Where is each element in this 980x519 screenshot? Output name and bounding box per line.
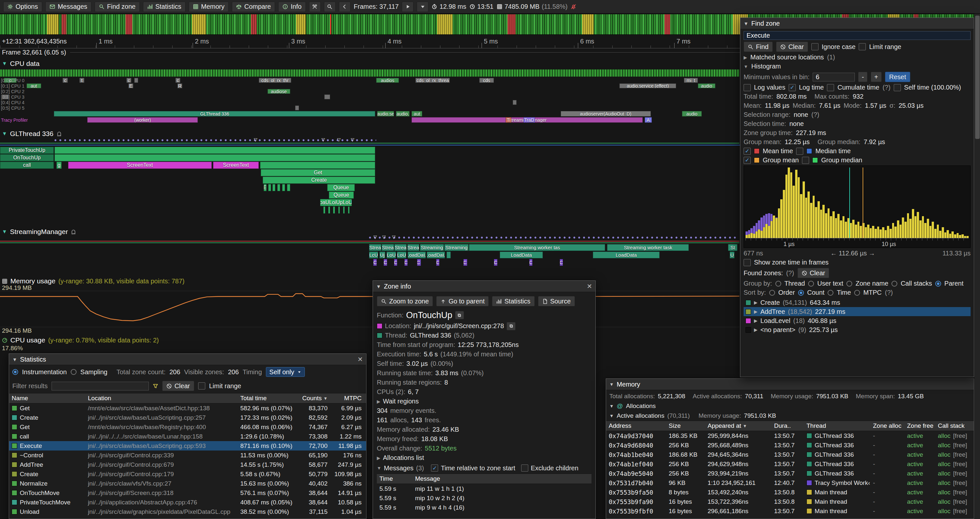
column-header-dura-[interactable]: Dura..	[772, 422, 804, 430]
zone-bar[interactable]: A	[645, 117, 652, 123]
table-row[interactable]: Createjni/../jni/src/claw/base/LuaScript…	[9, 413, 366, 422]
zone-bar[interactable]: aut	[27, 83, 41, 88]
mean-time-checkbox[interactable]	[744, 148, 751, 155]
find-clear-button[interactable]: Clear	[776, 42, 808, 52]
allocation-row[interactable]: 0x74a9d37040186.35 KB295,999,844ns13:50.…	[606, 431, 974, 441]
help-icon[interactable]: (?)	[885, 289, 893, 296]
collapse-arrow-icon[interactable]: ▼	[609, 382, 614, 387]
zone-bar[interactable]: C	[404, 259, 408, 266]
zone-bar[interactable]	[338, 206, 340, 214]
found-zone-group[interactable]: ▶Create(54,131)643.34 ms	[744, 298, 970, 307]
zone-bar[interactable]: C	[436, 259, 440, 266]
table-row[interactable]: Executejni/../jni/src/claw/base/LuaScrip…	[9, 441, 366, 450]
free-link[interactable]: [free]	[953, 451, 967, 458]
sort-by-radio-time[interactable]	[827, 290, 834, 296]
zone-info-titlebar[interactable]: ▼ Zone info ✕	[373, 281, 595, 292]
zone-bar[interactable]	[343, 206, 345, 214]
collapse-arrow-icon[interactable]: ▼	[2, 61, 7, 67]
zone-bar[interactable]: Strea	[382, 244, 394, 251]
fz-limit-range-checkbox[interactable]	[859, 43, 866, 50]
vertical-scrollbar[interactable]	[974, 14, 980, 519]
zone-bar[interactable]: audio	[698, 83, 715, 88]
zone-bar[interactable]: c	[126, 78, 131, 83]
zone-bar[interactable]: LoaULoiUpLoUp	[320, 199, 352, 206]
zone-bar[interactable]	[287, 184, 290, 191]
location-path[interactable]: jni/../jni/src/guif/Screen.cpp:278	[414, 322, 504, 330]
current-frame-marker[interactable]	[330, 14, 331, 34]
log-values-checkbox[interactable]	[744, 84, 751, 91]
ghost-zones-icon[interactable]	[56, 131, 62, 137]
zone-bar[interactable]	[260, 161, 375, 169]
zone-bar[interactable]: Ci	[417, 259, 421, 266]
glthread-header[interactable]: ▼ GLThread 336	[2, 130, 62, 137]
free-link[interactable]: [free]	[953, 498, 967, 505]
zone-statistics-button[interactable]: Statistics	[492, 296, 535, 307]
statistics-button[interactable]: Statistics	[143, 2, 186, 12]
found-zones-clear-button[interactable]: Clear	[797, 268, 829, 278]
group-mean-checkbox[interactable]	[744, 157, 751, 164]
help-icon[interactable]: (?)	[786, 269, 794, 277]
zone-bar[interactable]: OnTouchUp	[0, 154, 54, 161]
table-row[interactable]: AddTreejni/../jni/src/guif/Control.cpp:6…	[9, 460, 366, 469]
collapse-arrow-icon[interactable]: ▼	[744, 21, 748, 26]
zone-bar[interactable]: C	[529, 259, 533, 266]
zone-bar[interactable]: Streaming	[420, 244, 444, 251]
zone-bar[interactable]: St	[728, 244, 737, 251]
group-by-radio-parent[interactable]	[935, 281, 941, 287]
alloc-link[interactable]: alloc	[938, 451, 950, 458]
allocations-section-row[interactable]: ▼ @ Allocations	[609, 401, 970, 411]
free-link[interactable]: [free]	[953, 479, 967, 487]
column-header-total-time[interactable]: Total time	[238, 395, 299, 402]
allocation-row[interactable]: 0x74ab1be040186.68 KB294,645,364ns13:50.…	[606, 450, 974, 459]
table-row[interactable]: Unloadjni/../jni/src/claw/graphics/pixel…	[9, 507, 366, 516]
alloc-link[interactable]: alloc	[938, 432, 950, 439]
free-link[interactable]: [free]	[953, 461, 967, 468]
zone-bar[interactable]	[323, 206, 325, 214]
column-header-counts[interactable]: Counts▼	[299, 395, 330, 402]
cpu-data-header[interactable]: ▼ CPU data	[2, 60, 40, 67]
zone-bar[interactable]: ScreenText	[68, 161, 212, 169]
zone-bar[interactable]	[324, 94, 330, 99]
table-row[interactable]: OnTouchMovejni/../jni/src/guif/Screen.cp…	[9, 488, 366, 498]
self-time-checkbox[interactable]	[894, 84, 901, 91]
show-zone-time-checkbox[interactable]	[744, 259, 751, 266]
zone-bar[interactable]: Create	[262, 177, 375, 184]
go-to-parent-button[interactable]: Go to parent	[436, 296, 489, 307]
expand-arrow-icon[interactable]: ▶	[754, 327, 757, 332]
zone-bar[interactable]: E	[129, 83, 133, 88]
find-zone-query-input[interactable]	[744, 31, 970, 40]
statistics-table-header[interactable]: NameLocationTotal timeCounts▼MTPC	[9, 393, 366, 404]
zone-bar[interactable]: Queue	[327, 184, 355, 191]
log-time-checkbox[interactable]	[789, 84, 796, 91]
zone-bar[interactable]: t	[80, 78, 84, 83]
instrumentation-radio[interactable]	[12, 369, 18, 375]
zone-bar[interactable]: R	[177, 83, 182, 88]
column-header-mtpc[interactable]: MTPC	[330, 395, 364, 402]
alloc-link[interactable]: alloc	[938, 442, 950, 449]
memory-table-header[interactable]: AddressSizeAppeared at▼Dura..ThreadZone …	[606, 421, 974, 431]
zone-bar[interactable]: cds_ol_rx_thr	[259, 78, 291, 83]
prev-frame-button[interactable]	[339, 2, 350, 12]
messages-button[interactable]: Messages	[45, 2, 91, 12]
zone-bar[interactable]	[513, 100, 517, 105]
zone-bar[interactable]	[134, 78, 138, 83]
histogram-section-row[interactable]: ▼ Histogram	[744, 63, 970, 70]
zoom-search-button[interactable]	[324, 2, 336, 12]
zone-bar[interactable]: audios	[376, 78, 399, 83]
memory-usage-plot[interactable]	[0, 291, 740, 327]
collapse-arrow-icon[interactable]: ▼	[2, 131, 7, 137]
collapse-arrow-icon[interactable]: ▼	[376, 284, 381, 289]
notifications-muted[interactable]	[571, 4, 576, 10]
message-row[interactable]: 5.59 smip 9 w 4 h 4 (16)	[377, 503, 592, 512]
zone-bar[interactable]: Ci	[463, 259, 467, 266]
zone-bar[interactable]: Strea	[395, 244, 407, 251]
expand-arrow-icon[interactable]: ▶	[754, 318, 757, 323]
zone-bar[interactable]: PrivateTouchUp	[0, 147, 54, 154]
allocation-row[interactable]: 0x7531d7b04096 KB1:10 234,952,16112:40.7…	[606, 478, 974, 487]
zone-bar[interactable]: TraD	[523, 117, 535, 123]
zone-bar[interactable]: c	[63, 78, 67, 83]
help-icon[interactable]: (?)	[882, 84, 890, 91]
table-row[interactable]: PrivateTouchMovejni/../jni/application/A…	[9, 498, 366, 507]
timing-select[interactable]: Self only	[266, 367, 305, 377]
cpu-plot-header[interactable]: CPU usage (y-range: 0.78%, visible data …	[2, 336, 159, 344]
